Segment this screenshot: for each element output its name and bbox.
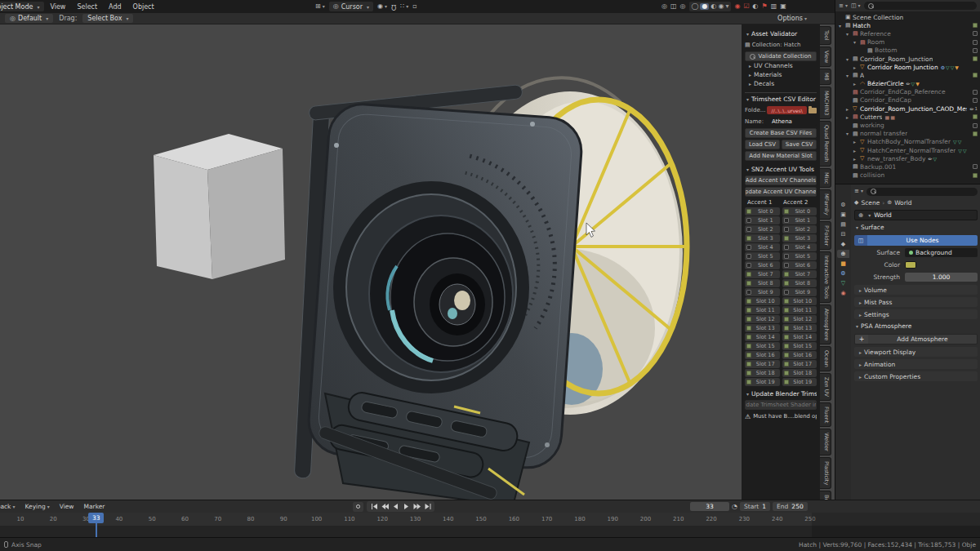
outliner-row[interactable]: ▾▤Room (835, 38, 980, 47)
panel-trimsheet-csv[interactable]: ▾Trimsheet CSV Editor (745, 95, 817, 104)
slot-checkbox[interactable] (746, 263, 751, 268)
sidebar-tab-view[interactable]: View (820, 47, 831, 67)
slot-checkbox[interactable] (784, 263, 789, 268)
sidebar-tab-welder[interactable]: Welder (820, 429, 831, 455)
sidebar-tab-quad-remesh[interactable]: Quad Remesh (820, 121, 831, 166)
slot-toggle-slot-4-col2[interactable]: Slot 4 (782, 243, 817, 251)
slot-checkbox[interactable] (784, 209, 789, 214)
slot-toggle-slot-9-col1[interactable]: Slot 9 (745, 288, 780, 296)
sidebar-tab-ocean[interactable]: Ocean (820, 346, 831, 371)
slot-checkbox[interactable] (784, 218, 789, 223)
panel-asset-validator[interactable]: ▾Asset Validator (745, 29, 817, 38)
slot-checkbox[interactable] (746, 380, 751, 384)
check-addon-icon[interactable]: ☑ (743, 3, 749, 10)
timeline-menu-keying[interactable]: Keying▾ (20, 500, 54, 513)
properties-tab-data[interactable]: ▽ (837, 279, 849, 287)
sidebar-tab-zen-uv[interactable]: Zen UV (820, 373, 831, 401)
menu-view[interactable]: View (44, 0, 71, 13)
panel-volume[interactable]: ▸Volume (854, 285, 978, 295)
current-frame-field[interactable]: 33 (690, 502, 729, 511)
slot-checkbox[interactable] (746, 272, 751, 277)
visibility-checkbox[interactable] (973, 73, 978, 78)
shield-addon-icon[interactable]: ▥ (771, 3, 777, 10)
slot-toggle-slot-5-col2[interactable]: Slot 5 (782, 252, 817, 260)
sidebar-tab-p-folder[interactable]: P.Folder (820, 221, 831, 250)
slot-toggle-slot-0-col1[interactable]: Slot 0 (745, 207, 780, 216)
slot-checkbox[interactable] (746, 290, 751, 295)
shading-options-icon[interactable]: ▾ (725, 3, 728, 10)
expand-closed-icon[interactable]: ▸ (853, 156, 860, 162)
collection-field[interactable]: ▤Collection: Hatch (745, 40, 817, 50)
frame-end-field[interactable]: End250 (773, 502, 808, 511)
expand-closed-icon[interactable]: ▸ (846, 114, 853, 120)
sidebar-tab-tool[interactable]: Tool (820, 26, 831, 45)
slot-toggle-slot-3-col1[interactable]: Slot 3 (745, 234, 780, 242)
expand-closed-icon[interactable]: ▸ (853, 81, 860, 87)
panel-mist-pass[interactable]: ▸Mist Pass (854, 297, 978, 307)
outliner-row[interactable]: ▤Corridor_EndCap_Reference (835, 88, 980, 96)
slot-toggle-slot-15-col2[interactable]: Slot 15 (782, 342, 817, 350)
overlay-extra-icon[interactable]: ▫ (412, 3, 416, 10)
viewport-3d-scene[interactable] (0, 24, 835, 500)
slot-toggle-slot-19-col2[interactable]: Slot 19 (782, 378, 817, 386)
outliner-row[interactable]: ▾▤normal transfer (835, 130, 980, 138)
auto-keying-button[interactable] (353, 502, 363, 512)
name-input[interactable]: Athena (765, 118, 817, 126)
expand-open-icon[interactable]: ▾ (846, 131, 853, 136)
properties-tab-world[interactable]: ⊕ (837, 250, 849, 258)
slot-toggle-slot-6-col1[interactable]: Slot 6 (745, 261, 780, 269)
slot-toggle-slot-14-col2[interactable]: Slot 14 (782, 333, 817, 341)
slot-toggle-slot-16-col1[interactable]: Slot 16 (745, 351, 780, 359)
transform-orientation-icon[interactable]: ⊞▾ (315, 3, 325, 10)
slot-checkbox[interactable] (746, 308, 751, 313)
properties-tab-output[interactable]: ▤ (837, 220, 849, 229)
play-reverse-button[interactable] (390, 502, 400, 511)
slot-toggle-slot-2-col1[interactable]: Slot 2 (745, 225, 780, 233)
outliner-row[interactable]: ▤Backup.001 (835, 162, 980, 171)
keying-set-icon[interactable]: ◔ (732, 504, 737, 510)
snap-settings-icon[interactable]: ∷▾ (400, 3, 408, 10)
slot-toggle-slot-4-col1[interactable]: Slot 4 (745, 243, 780, 251)
slot-checkbox[interactable] (784, 236, 789, 241)
panel-psa-atmosphere[interactable]: ▾PSA Atmosphere (854, 321, 978, 331)
visibility-checkbox[interactable] (973, 48, 978, 53)
update-accent-uv-button[interactable]: Update Accent UV Channels (745, 187, 817, 197)
slot-toggle-slot-17-col1[interactable]: Slot 17 (745, 360, 780, 368)
expand-open-icon[interactable]: ▾ (839, 23, 845, 29)
slot-toggle-slot-7-col2[interactable]: Slot 7 (782, 270, 817, 278)
snap-magnet-icon[interactable]: Ω (391, 3, 396, 10)
slot-toggle-slot-9-col2[interactable]: Slot 9 (782, 288, 817, 296)
slot-checkbox[interactable] (784, 227, 789, 232)
slot-checkbox[interactable] (784, 299, 789, 304)
slot-toggle-slot-1-col1[interactable]: Slot 1 (745, 216, 780, 224)
visibility-checkbox[interactable] (973, 56, 978, 61)
proportional-editing-icon[interactable]: ◉▾ (377, 3, 387, 10)
sidebar-tab-fluent[interactable]: Fluent (820, 402, 831, 427)
options-dropdown[interactable]: Options ▾ (777, 15, 807, 22)
color-swatch[interactable] (905, 261, 916, 269)
properties-tab-object[interactable]: ■ (837, 260, 849, 268)
slot-toggle-slot-18-col2[interactable]: Slot 18 (782, 369, 817, 377)
outliner-row[interactable]: ▾▤A (835, 71, 980, 79)
outliner-row[interactable]: ▸▽HatchBody_NormalTransfer▽▽ (835, 138, 980, 146)
outliner-row[interactable]: ▸▽HatchCenter_NormalTransfer▽▽ (835, 146, 980, 154)
expand-closed-icon[interactable]: ▸ (853, 139, 860, 144)
panel-sn2-accent[interactable]: ▾SN2 Accent UV Tools (745, 165, 817, 174)
slot-checkbox[interactable] (746, 371, 751, 375)
timeline-menu-playback[interactable]: Playback▾ (0, 500, 20, 513)
surface-shader-field[interactable]: Background (905, 248, 978, 257)
outliner-row[interactable]: ▾▤Corridor_Room_Junction (835, 55, 980, 63)
strength-slider[interactable]: 1.000 (905, 273, 978, 282)
visibility-checkbox[interactable] (973, 173, 978, 178)
slot-checkbox[interactable] (746, 281, 751, 286)
slot-toggle-slot-15-col1[interactable]: Slot 15 (745, 342, 780, 350)
slot-toggle-slot-3-col2[interactable]: Slot 3 (782, 234, 817, 242)
slot-checkbox[interactable] (784, 317, 789, 322)
slot-checkbox[interactable] (784, 308, 789, 313)
drag-mode-dropdown[interactable]: Select Box ▾ (82, 14, 133, 23)
jump-to-start-button[interactable] (369, 502, 379, 511)
slot-toggle-slot-5-col1[interactable]: Slot 5 (745, 252, 780, 260)
sidebar-tab-machin3[interactable]: MACHIN3 (820, 87, 831, 119)
slot-checkbox[interactable] (784, 380, 789, 384)
create-csv-button[interactable]: Create Base CSV Files (745, 128, 817, 138)
